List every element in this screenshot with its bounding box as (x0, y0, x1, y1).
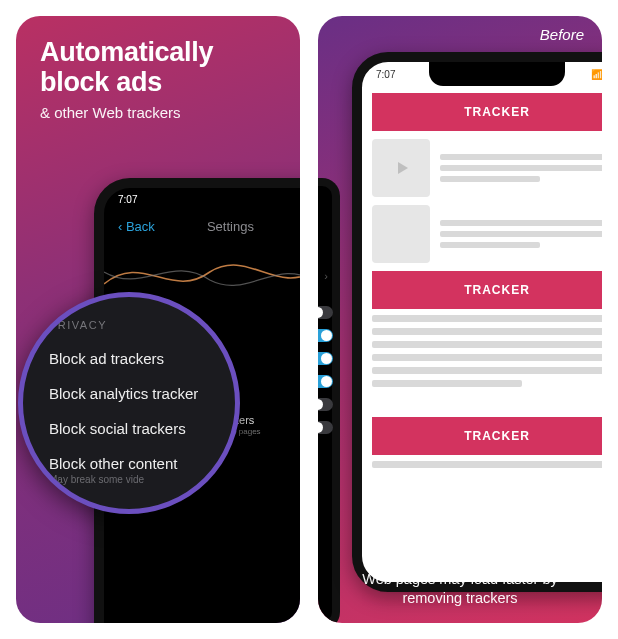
sliver-toggle (318, 352, 333, 365)
headline: Automatically block ads & other Web trac… (16, 16, 300, 128)
tracker-banner: TRACKER (372, 417, 602, 455)
tracker-banner: TRACKER (372, 93, 602, 131)
headline-title: Browse faster (338, 534, 582, 564)
headline-subtitle: & other Web trackers (40, 103, 276, 123)
content-placeholder (372, 315, 602, 387)
phone-notch (429, 62, 565, 86)
content-placeholder (372, 461, 602, 468)
play-icon (398, 162, 408, 174)
tracker-banner: TRACKER (372, 271, 602, 309)
status-icons: 📶 🔋 (591, 69, 602, 80)
chevron-right-icon: › (324, 270, 328, 282)
headline-subtitle: Web pages may load faster by removing tr… (338, 570, 582, 609)
magnifier-callout: PRIVACY Block ad trackers Block analytic… (18, 292, 240, 514)
clock-label: 7:07 (118, 194, 137, 205)
mag-row-ad: Block ad trackers (49, 341, 235, 376)
clock-label: 7:07 (376, 69, 395, 80)
content-placeholder (372, 205, 602, 263)
sliver-toggle (318, 398, 333, 411)
headline: Browse faster Web pages may load faster … (318, 534, 602, 609)
phone-mockup-webpage: 7:07 📶 🔋 TRACKER TRACKER (352, 52, 602, 592)
content-placeholder (372, 139, 602, 197)
mag-row-social: Block social trackers (49, 411, 235, 446)
headline-title: Automatically block ads (40, 38, 276, 97)
promo-card-browse-faster: Before › 7:07 📶 🔋 TRACKER (318, 16, 602, 623)
phone-notch (164, 188, 294, 210)
promo-card-block-ads: Automatically block ads & other Web trac… (16, 16, 300, 623)
nav-title: Settings (207, 219, 254, 234)
before-label: Before (540, 26, 584, 43)
sliver-toggle (318, 375, 333, 388)
thumbnail-icon (372, 205, 430, 263)
sliver-toggle (318, 421, 333, 434)
mag-row-analytics: Block analytics tracker (49, 376, 235, 411)
back-button[interactable]: ‹ Back (118, 219, 155, 234)
sliver-toggle (318, 329, 333, 342)
sliver-toggle (318, 306, 333, 319)
nav-bar: ‹ Back Settings About (104, 211, 300, 242)
thumbnail-icon (372, 139, 430, 197)
